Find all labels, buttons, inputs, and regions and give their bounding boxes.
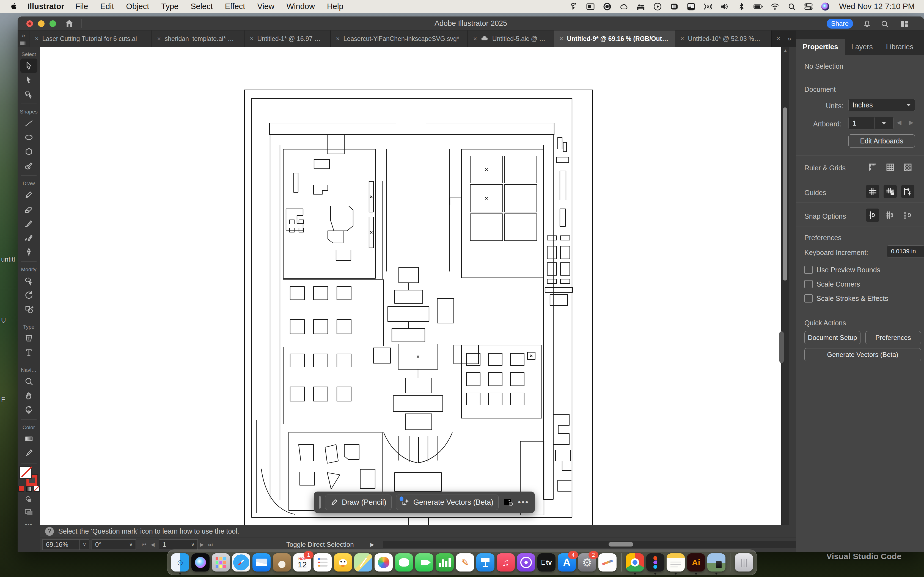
dock-icon-cyberduck[interactable] [334, 553, 352, 572]
menu-window[interactable]: Window [281, 2, 321, 11]
overflow-close-icon[interactable]: × [777, 35, 780, 43]
type-tool[interactable] [20, 345, 37, 359]
siri-icon[interactable] [821, 2, 830, 11]
menu-file[interactable]: File [69, 2, 94, 11]
document-tab-6[interactable]: ×Untitled-9* @ 69.16 % (RGB/Outline) [554, 31, 675, 47]
zoom-level-dropdown-icon[interactable]: ∨ [80, 539, 89, 550]
menu-help[interactable]: Help [321, 2, 349, 11]
dock-icon-photos[interactable] [375, 553, 393, 572]
rotation-dropdown-icon[interactable]: ∨ [126, 539, 136, 550]
keys-icon[interactable] [569, 2, 578, 11]
artboard-nav-dropdown-icon[interactable]: ∨ [188, 539, 198, 550]
dock-icon-figma[interactable] [646, 553, 664, 572]
document-tab-3[interactable]: ×Untitled-1* @ 16.97 % (… [244, 31, 331, 47]
draw-pencil-button[interactable]: Draw (Pencil) [325, 495, 392, 510]
fill-color-swatch[interactable] [19, 466, 32, 479]
tab-close-icon[interactable]: × [473, 35, 477, 42]
dock-icon-maps[interactable] [354, 553, 372, 572]
rotate-view-tool[interactable] [20, 403, 37, 417]
app-search-icon[interactable] [880, 20, 889, 29]
taskbar-drag-handle[interactable] [319, 496, 321, 509]
group-selection-tool[interactable] [20, 87, 37, 102]
preferences-button[interactable]: Preferences [866, 331, 921, 344]
grid-icon[interactable] [885, 162, 896, 173]
ellipse-tool[interactable] [20, 130, 37, 145]
eyedropper-tool[interactable] [20, 446, 37, 460]
taskbar-more-icon[interactable]: ••• [518, 498, 529, 507]
dock-icon-app-store[interactable]: A4 [558, 553, 576, 572]
menu-object[interactable]: Object [120, 2, 155, 11]
notifications-bell-icon[interactable] [863, 20, 871, 29]
dock-icon-numbers[interactable] [436, 553, 454, 572]
blend-modes-icon[interactable] [25, 496, 33, 505]
checkbox-scale-strokes-effects[interactable]: Scale Strokes & Effects [804, 294, 888, 303]
canvas-area[interactable]: Draw (Pencil) Generate Vectors (Beta) ••… [40, 47, 789, 525]
gradient-mode-swatch[interactable] [26, 486, 32, 492]
show-guides-icon[interactable] [866, 185, 879, 198]
control-center-icon[interactable] [804, 2, 813, 11]
status-play-icon[interactable]: ▶ [370, 542, 374, 548]
smooth-tool[interactable] [20, 274, 37, 288]
menubar-clock[interactable]: Wed Nov 12 7:10 PM [839, 2, 915, 11]
next-artboard-icon[interactable]: ▶ [200, 542, 204, 548]
dock-icon-music[interactable]: ♫ [497, 553, 515, 572]
units-select[interactable]: Inches [848, 98, 915, 111]
menu-type[interactable]: Type [155, 2, 184, 11]
bluetooth-icon[interactable] [737, 2, 746, 11]
menubar-app-name[interactable]: Illustrator [27, 2, 65, 11]
dock-icon-mail[interactable] [252, 553, 271, 572]
airplay-icon[interactable] [703, 2, 712, 11]
ruler-icon[interactable] [867, 162, 878, 173]
spotlight-icon[interactable] [787, 2, 796, 11]
tab-layers[interactable]: Layers [845, 39, 879, 55]
zoom-tool[interactable] [20, 374, 37, 388]
snap-to-pixel-icon[interactable] [902, 210, 913, 221]
checkbox-use-preview-bounds[interactable]: Use Preview Bounds [804, 266, 880, 274]
lock-guides-icon[interactable] [884, 185, 897, 198]
shape-builder-tool[interactable] [20, 302, 37, 316]
question-mark-icon[interactable]: ? [45, 527, 54, 536]
dock-icon-finder[interactable]: ☺ [171, 553, 189, 572]
dock-icon-keynote[interactable] [476, 553, 494, 572]
snap-to-point-icon[interactable] [866, 208, 879, 222]
tab-close-icon[interactable]: × [681, 35, 684, 42]
dock-icon-tv[interactable]: tv [537, 553, 556, 572]
dock-icon-messages[interactable] [395, 553, 413, 572]
dock-icon-system-settings[interactable]: ⚙2 [578, 553, 596, 572]
panel-resize-grip[interactable] [779, 331, 784, 363]
meeting-icon[interactable] [636, 2, 645, 11]
dock-icon-illustrator[interactable]: Ai [687, 553, 705, 572]
dock-icon-siri[interactable] [191, 553, 210, 572]
rotation-field[interactable]: 0° [92, 539, 126, 550]
document-setup-button[interactable]: Document Setup [804, 331, 861, 344]
document-tab-4[interactable]: ×Leasercut-YiFanChen-inkscapeSVG.svg* [331, 31, 468, 47]
generate-vectors-button[interactable]: Generate Vectors (Beta) [396, 495, 499, 510]
dock-icon-facetime[interactable] [415, 553, 433, 572]
color-mode-swatch[interactable] [18, 486, 24, 492]
draw-modes-icon[interactable] [24, 509, 34, 517]
player-icon[interactable] [653, 2, 662, 11]
hand-tool[interactable] [20, 388, 37, 403]
tabbar-collapse[interactable]: » [18, 31, 29, 47]
generate-image-icon[interactable] [503, 498, 513, 507]
dock-icon-podcasts[interactable] [517, 553, 535, 572]
artboard-select-dropdown-icon[interactable] [874, 117, 893, 129]
edit-artboards-button[interactable]: Edit Artboards [848, 134, 915, 148]
dock-icon-contacts[interactable] [273, 553, 291, 572]
checkbox-box[interactable] [804, 266, 813, 274]
creative-cloud-icon[interactable] [619, 2, 628, 11]
zoom-level-field[interactable]: 69.16% [42, 539, 80, 550]
curvature-tool[interactable] [20, 230, 37, 245]
selection-tool[interactable] [20, 58, 37, 73]
smart-guides-icon[interactable] [901, 185, 914, 198]
prev-artboard-icon[interactable]: ◀ [151, 542, 155, 548]
menu-edit[interactable]: Edit [94, 2, 120, 11]
dock-icon-safari[interactable] [232, 553, 250, 572]
archiver-icon[interactable] [670, 2, 679, 11]
collapse-chevrons-icon[interactable]: » [22, 32, 25, 39]
next-artboard-panel-icon[interactable]: ▶ [909, 119, 914, 126]
polygon-tool[interactable] [20, 145, 37, 159]
dock-icon-reminders[interactable] [313, 553, 332, 572]
checkbox-box[interactable] [804, 280, 813, 288]
document-tab-2[interactable]: ×sheridan_template.ai* … [152, 31, 244, 47]
